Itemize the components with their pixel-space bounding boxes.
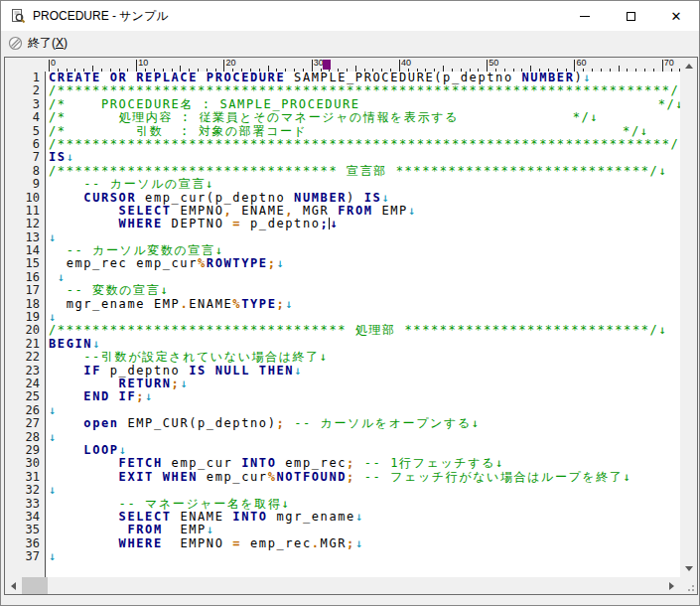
code-line-28[interactable]: ↓: [49, 431, 680, 444]
code-token: -- 1行フェッチする↓: [364, 456, 504, 470]
code-token: ↓: [119, 443, 128, 457]
line-number: 32: [5, 484, 45, 497]
code-line-23[interactable]: IF p_deptno IS NULL THEN↓: [49, 365, 680, 378]
code-line-11[interactable]: SELECT EMPNO, ENAME, MGR FROM EMP↓: [49, 205, 680, 218]
code-line-7[interactable]: IS↓: [49, 151, 680, 164]
code-line-16[interactable]: ↓: [49, 271, 680, 284]
code-token: IS NULL THEN: [189, 364, 294, 378]
code-line-25[interactable]: END IF;↓: [49, 390, 680, 403]
code-token: [49, 217, 119, 230]
code-token: DEPTNO: [163, 217, 233, 230]
code-line-36[interactable]: WHERE EMPNO = emp_rec.MGR;↓: [49, 537, 680, 550]
code-line-37[interactable]: ↓: [49, 550, 680, 563]
code-token: emp_cur: [163, 456, 241, 470]
code-token: [49, 416, 83, 430]
code-token: CURSOR: [83, 191, 136, 205]
scroll-up-button[interactable]: [680, 58, 697, 75]
ruler-label: 30: [314, 58, 324, 68]
code-token: ;: [136, 389, 145, 403]
code-line-4[interactable]: /* 処理内容 : 従業員とそのマネージャの情報を表示する */↓: [49, 111, 680, 124]
code-line-29[interactable]: LOOP↓: [49, 444, 680, 457]
minimize-button[interactable]: [562, 1, 608, 31]
close-button[interactable]: ✕: [653, 1, 699, 31]
code-line-13[interactable]: ↓: [49, 231, 680, 244]
code-token: [49, 389, 83, 403]
code-token: CREATE OR REPLACE PROCEDURE: [49, 72, 285, 84]
code-line-14[interactable]: -- カーソル変数の宣言↓: [49, 244, 680, 257]
code-line-34[interactable]: SELECT ENAME INTO mgr_ename↓: [49, 511, 680, 524]
code-token: MGR: [294, 204, 338, 218]
code-line-26[interactable]: ↓: [49, 404, 680, 417]
code-token: WHERE: [119, 217, 163, 230]
code-line-1[interactable]: CREATE OR REPLACE PROCEDURE SAMPLE_PROCE…: [49, 72, 680, 84]
code-token: RETURN: [119, 377, 172, 390]
code-token: LOOP: [83, 443, 118, 457]
code-token: .: [180, 297, 189, 311]
code-token: -- カーソル変数の宣言↓: [49, 243, 223, 257]
code-line-32[interactable]: ↓: [49, 484, 680, 497]
code-token: EMPNO: [163, 536, 233, 550]
code-token: ↓: [49, 430, 58, 444]
code-token: ↓: [330, 217, 339, 230]
ruler-tick: [136, 60, 137, 72]
code-line-31[interactable]: EXIT WHEN emp_cur%NOTFOUND; -- フェッチ行がない場…: [49, 471, 680, 484]
code-line-33[interactable]: -- マネージャー名を取得↓: [49, 498, 680, 511]
horizontal-scroll-thumb[interactable]: [22, 577, 48, 594]
code-token: mgr_ename: [268, 510, 355, 524]
code-token: ↓: [381, 191, 390, 205]
horizontal-scrollbar[interactable]: [5, 577, 680, 594]
code-token: -- 変数の宣言↓: [49, 283, 169, 297]
code-token: SELECT: [119, 510, 172, 524]
scroll-right-button[interactable]: [663, 577, 680, 594]
exit-button[interactable]: 終了(X): [6, 33, 73, 54]
code-line-3[interactable]: /* PROCEDURE名 : SAMPLE_PROCEDURE */↓: [49, 98, 680, 111]
line-number: 26: [5, 404, 45, 417]
vertical-scrollbar[interactable]: [680, 58, 697, 577]
chevron-down-icon: [685, 566, 693, 571]
code-line-17[interactable]: -- 変数の宣言↓: [49, 284, 680, 297]
line-number: 10: [5, 192, 45, 205]
code-line-35[interactable]: FROM EMP↓: [49, 524, 680, 536]
code-token: ;: [347, 536, 355, 550]
code-line-2[interactable]: /***************************************…: [49, 84, 680, 97]
resize-grip-icon: [680, 577, 697, 594]
code-line-22[interactable]: --引数が設定されていない場合は終了↓: [49, 351, 680, 364]
code-area[interactable]: CREATE OR REPLACE PROCEDURE SAMPLE_PROCE…: [46, 72, 680, 577]
scroll-left-button[interactable]: [5, 577, 22, 594]
code-line-27[interactable]: open EMP_CUR(p_deptno); -- カーソルをオープンする↓: [49, 417, 680, 430]
code-line-10[interactable]: CURSOR emp_cur(p_deptno NUMBER) IS↓: [49, 192, 680, 205]
line-number: 29: [5, 444, 45, 457]
code-token: ↓: [49, 403, 58, 417]
window-title: PROCEDURE - サンプル: [33, 8, 562, 25]
line-number: 17: [5, 284, 45, 297]
code-token: BEGIN: [49, 337, 92, 351]
code-line-19[interactable]: ↓: [49, 311, 680, 324]
ruler-label: 20: [225, 58, 235, 68]
line-number: 28: [5, 431, 45, 444]
code-line-15[interactable]: emp_rec emp_cur%ROWTYPE;↓: [49, 257, 680, 270]
code-line-21[interactable]: BEGIN↓: [49, 338, 680, 351]
code-token: [49, 204, 119, 218]
exit-label: 終了(X): [28, 35, 68, 52]
code-token: ↓: [49, 483, 58, 497]
maximize-button[interactable]: [608, 1, 653, 31]
code-line-8[interactable]: /******************************** 宣言部 **…: [49, 165, 680, 178]
code-line-5[interactable]: /* 引数 : 対象の部署コード */↓: [49, 125, 680, 138]
code-line-24[interactable]: RETURN;↓: [49, 378, 680, 390]
close-icon: ✕: [671, 10, 682, 23]
code-line-30[interactable]: FETCH emp_cur INTO emp_rec; -- 1行フェッチする↓: [49, 457, 680, 470]
code-line-18[interactable]: mgr_ename EMP.ENAME%TYPE;↓: [49, 298, 680, 311]
code-line-12[interactable]: WHERE DEPTNO = p_deptno;↓: [49, 218, 680, 230]
line-number: 12: [5, 218, 45, 230]
code-token: ↓: [294, 364, 303, 378]
code-token: EMP: [373, 204, 408, 218]
code-line-9[interactable]: -- カーソルの宣言↓: [49, 178, 680, 191]
code-token: open: [83, 416, 118, 430]
resize-grip[interactable]: [680, 577, 697, 594]
scroll-down-button[interactable]: [680, 560, 697, 577]
code-token: [49, 510, 119, 524]
code-token: IS: [364, 191, 382, 205]
code-line-20[interactable]: /********************************* 処理部 *…: [49, 324, 680, 337]
code-token: ENAME: [172, 510, 233, 524]
code-line-6[interactable]: /***************************************…: [49, 138, 680, 151]
